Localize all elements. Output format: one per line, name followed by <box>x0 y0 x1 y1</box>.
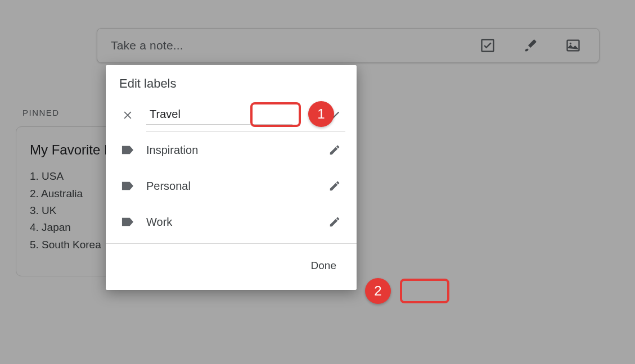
label-row-editing <box>106 99 357 131</box>
label-icon <box>117 181 138 191</box>
modal-title: Edit labels <box>106 65 357 99</box>
done-button[interactable]: Done <box>304 255 343 276</box>
pencil-icon[interactable] <box>324 216 345 228</box>
edit-labels-modal: Edit labels Inspiration Personal <box>106 65 357 290</box>
label-row: Personal <box>106 168 357 204</box>
label-name-input[interactable] <box>146 106 292 125</box>
pencil-icon[interactable] <box>324 144 345 156</box>
label-row: Work <box>106 204 357 240</box>
label-name: Work <box>138 216 324 229</box>
label-icon <box>117 145 138 155</box>
pencil-icon[interactable] <box>324 180 345 192</box>
label-name: Personal <box>138 180 324 193</box>
label-row: Inspiration <box>106 132 357 168</box>
close-icon[interactable] <box>117 110 138 121</box>
check-icon[interactable] <box>324 109 345 121</box>
label-icon <box>117 217 138 227</box>
label-name: Inspiration <box>138 144 324 157</box>
